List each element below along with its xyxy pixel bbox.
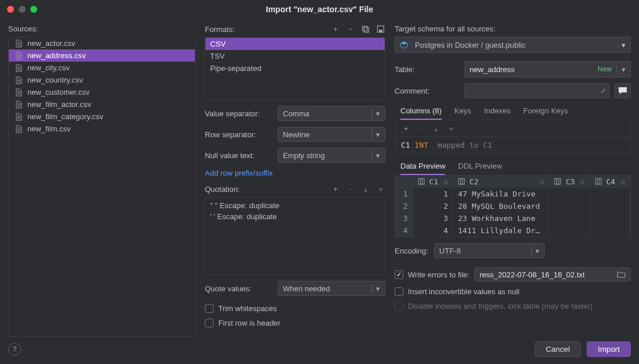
- folder-icon[interactable]: [617, 271, 626, 278]
- formats-list[interactable]: CSVTSVPipe-separated: [205, 37, 385, 100]
- import-button[interactable]: Import: [587, 341, 631, 357]
- cell[interactable]: [549, 212, 590, 224]
- file-icon: [15, 125, 23, 133]
- cell[interactable]: 1411 Lillydale Dr…: [453, 224, 549, 237]
- error-file-field[interactable]: [474, 267, 631, 281]
- quotation-item[interactable]: ' ' Escape: duplicate: [205, 211, 385, 222]
- tab-ddl-preview[interactable]: DDL Preview: [458, 158, 502, 175]
- table-field[interactable]: New ▾: [464, 61, 631, 77]
- quote-values-select[interactable]: When needed ▾: [278, 281, 385, 296]
- tab-data-preview[interactable]: Data Preview: [400, 158, 445, 175]
- source-item-label: new_address.csv: [27, 51, 86, 60]
- column-header[interactable]: C4◇: [590, 176, 630, 188]
- null-value-value: Empty string: [283, 151, 325, 160]
- tab-keys[interactable]: Keys: [455, 103, 471, 120]
- add-quotation-icon[interactable]: ＋: [331, 184, 340, 194]
- cancel-button[interactable]: Cancel: [535, 341, 581, 357]
- svg-rect-28: [418, 179, 424, 184]
- minimize-window-icon[interactable]: [19, 6, 26, 13]
- chevron-down-icon[interactable]: ▾: [376, 184, 385, 194]
- remove-quotation-icon[interactable]: －: [346, 184, 355, 194]
- add-column-icon[interactable]: ＋: [401, 124, 410, 133]
- insert-null-checkbox[interactable]: [395, 287, 403, 296]
- cell[interactable]: 23 Workhaven Lane: [453, 212, 549, 224]
- cell[interactable]: [590, 212, 630, 224]
- copy-format-icon[interactable]: [361, 24, 370, 34]
- zoom-window-icon[interactable]: [30, 6, 37, 13]
- error-file-input[interactable]: [480, 270, 612, 279]
- write-errors-checkbox[interactable]: [395, 270, 403, 279]
- file-icon: [15, 88, 23, 97]
- table-row[interactable]: 1147 MySakila Drive: [395, 188, 630, 200]
- add-format-icon[interactable]: ＋: [331, 24, 340, 34]
- cell[interactable]: [549, 224, 590, 237]
- source-item[interactable]: new_customer.csv: [9, 86, 195, 98]
- table-row[interactable]: 441411 Lillydale Dr…: [395, 224, 630, 237]
- add-row-prefix-link[interactable]: Add row prefix/suffix: [205, 169, 385, 177]
- close-window-icon[interactable]: [7, 6, 14, 13]
- target-schema-value: Postgres in Docker / guest.public: [415, 41, 617, 49]
- sources-label: Sources:: [8, 24, 196, 33]
- table-label: Table:: [395, 65, 459, 74]
- cell[interactable]: [549, 200, 590, 212]
- move-down-icon[interactable]: ▾: [446, 124, 456, 133]
- source-item[interactable]: new_city.csv: [9, 62, 195, 74]
- target-schema-select[interactable]: Postgres in Docker / guest.public ▾: [395, 37, 631, 53]
- trim-whitespaces-checkbox[interactable]: [205, 304, 214, 313]
- format-item[interactable]: TSV: [205, 50, 385, 62]
- cell[interactable]: 28 MySQL Boulevard: [453, 200, 549, 212]
- cell[interactable]: [590, 200, 630, 212]
- format-item[interactable]: CSV: [205, 38, 385, 50]
- cell[interactable]: 3: [413, 212, 453, 224]
- column-header[interactable]: C2◇: [453, 176, 549, 188]
- cell[interactable]: [549, 188, 590, 200]
- first-row-header-checkbox[interactable]: [205, 319, 214, 327]
- table-row[interactable]: 3323 Workhaven Lane: [395, 212, 630, 224]
- quotation-item[interactable]: " " Escape: duplicate: [205, 200, 385, 211]
- column-header[interactable]: C1◇: [413, 176, 453, 188]
- help-button[interactable]: ?: [8, 343, 21, 356]
- value-separator-select[interactable]: Comma ▾: [278, 106, 385, 121]
- comment-input[interactable]: ⤢: [464, 83, 610, 98]
- save-format-icon[interactable]: [376, 24, 385, 34]
- value-separator-label: Value separator:: [205, 109, 272, 118]
- tab-foreign-keys[interactable]: Foreign Keys: [523, 103, 568, 120]
- source-item[interactable]: new_country.csv: [9, 74, 195, 86]
- cell[interactable]: [590, 188, 630, 200]
- cell[interactable]: [590, 224, 630, 237]
- expand-icon[interactable]: ⤢: [601, 87, 606, 95]
- remove-column-icon[interactable]: －: [416, 124, 425, 133]
- cell[interactable]: 2: [413, 200, 453, 212]
- null-value-select[interactable]: Empty string ▾: [278, 148, 385, 163]
- insert-null-label: Insert inconvertible values as null: [408, 287, 520, 296]
- cell[interactable]: 47 MySakila Drive: [453, 188, 549, 200]
- tab-indexes[interactable]: Indexes: [484, 103, 511, 120]
- source-item[interactable]: new_film_actor.csv: [9, 98, 195, 110]
- cell[interactable]: 1: [413, 188, 453, 200]
- table-row[interactable]: 2228 MySQL Boulevard: [395, 200, 630, 212]
- source-item[interactable]: new_address.csv: [9, 49, 195, 62]
- traffic-lights: [7, 6, 37, 13]
- chat-icon[interactable]: [615, 83, 631, 98]
- cell[interactable]: 4: [413, 224, 453, 237]
- chevron-down-icon[interactable]: ▾: [622, 65, 626, 74]
- chevron-down-icon: ▾: [376, 109, 380, 118]
- write-errors-label: Write errors to file:: [408, 270, 470, 279]
- quote-values-label: Quote values:: [205, 284, 272, 293]
- format-item[interactable]: Pipe-separated: [205, 62, 385, 74]
- quotation-list[interactable]: " " Escape: duplicate' ' Escape: duplica…: [205, 197, 385, 275]
- encoding-select[interactable]: UTF-8 ▾: [434, 243, 545, 258]
- source-item[interactable]: new_film.csv: [9, 123, 195, 135]
- source-item[interactable]: new_film_category.csv: [9, 110, 195, 123]
- source-item[interactable]: new_actor.csv: [9, 37, 195, 49]
- row-separator-select[interactable]: Newline ▾: [278, 127, 385, 142]
- titlebar: Import "new_actor.csv" File: [0, 0, 639, 19]
- remove-format-icon[interactable]: －: [346, 24, 355, 34]
- move-up-icon[interactable]: ▴: [361, 184, 370, 194]
- move-up-icon[interactable]: ▴: [431, 124, 441, 133]
- preview-tabs: Data PreviewDDL Preview: [395, 158, 631, 176]
- sources-list[interactable]: new_actor.csvnew_address.csvnew_city.csv…: [8, 37, 196, 337]
- tab-columns-[interactable]: Columns (8): [400, 103, 442, 120]
- column-header[interactable]: C3◇: [549, 176, 590, 188]
- table-input[interactable]: [470, 65, 593, 74]
